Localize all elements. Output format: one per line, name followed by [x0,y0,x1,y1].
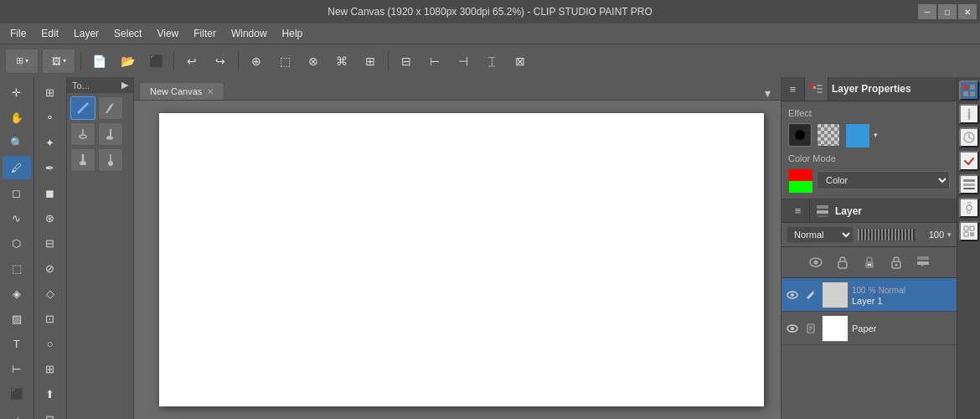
svg-rect-7 [813,86,816,89]
save-file-btn[interactable]: ⬛ [143,49,168,74]
tool-perspective[interactable]: ⊞ [36,357,64,380]
tool-ruler[interactable]: ⊢ [3,357,31,380]
transform-btn[interactable]: ⊕ [244,49,269,74]
minimize-button[interactable]: ─ [918,4,936,19]
toolbar-sep-3 [238,51,239,71]
lasso-btn[interactable]: ⊗ [301,49,326,74]
menu-edit[interactable]: Edit [34,26,65,41]
panel-menu-icon[interactable]: ≡ [781,77,805,101]
effect-checker-btn[interactable] [817,123,840,147]
image-toggle-btn[interactable]: 🖼 ▾ [42,49,75,74]
menu-select[interactable]: Select [107,26,148,41]
close-button[interactable]: ✕ [958,4,977,19]
subtool-brush1[interactable] [98,122,123,146]
far-right-layers2-btn[interactable] [959,174,979,194]
ruler-toggle-btn[interactable]: ⊢ [422,49,447,74]
undo-btn[interactable]: ↩ [179,49,204,74]
svg-point-0 [80,135,86,138]
grid-icon: ⊞ [16,55,23,66]
subtool-brush2[interactable] [70,148,95,172]
tool-gradient[interactable]: ▨ [3,307,31,330]
grid-toggle-btn[interactable]: ⊟ [394,49,419,74]
blend-mode-select[interactable]: Normal Multiply Screen Overlay [787,226,854,243]
subtool-pencil[interactable] [70,96,95,120]
tab-dropdown-btn[interactable]: ▾ [760,86,776,100]
tool-smudge[interactable]: ⊛ [36,206,64,230]
tool-pen[interactable]: ✒ [36,156,64,179]
tool-zoom[interactable]: 🔍 [3,131,31,154]
layer1-visibility-btn[interactable] [785,287,800,303]
tool-bucket[interactable]: ⊟ [36,231,64,255]
tool-vector-eraser[interactable]: ◼ [36,181,64,204]
far-right-settings-btn[interactable] [959,198,979,218]
new-file-btn[interactable]: 📄 [86,49,111,74]
tool-picker[interactable]: ✦ [36,131,64,154]
tool-balloon[interactable]: ○ [36,332,64,355]
tool-blend[interactable]: ∿ [3,206,31,230]
tool-layer-move[interactable]: ⬆ [36,382,64,406]
menu-filter[interactable]: Filter [187,26,223,41]
select-btn[interactable]: ⬚ [272,49,297,74]
layer-action-merge-btn[interactable] [911,251,935,274]
free-transform-btn[interactable]: ⌘ [329,49,354,74]
layer1-edit-btn[interactable] [803,287,818,303]
tool-text[interactable]: T [3,332,31,355]
maximize-button[interactable]: □ [938,4,957,19]
layer-action-lock3-btn[interactable] [885,251,908,274]
layer-item-paper[interactable]: Paper [781,312,957,345]
tool-poly-select[interactable]: ◇ [36,282,64,305]
tab-close-btn[interactable]: ✕ [207,87,214,96]
tool-auto-select[interactable]: ◈ [3,282,31,305]
layer-action-lock2-btn[interactable] [858,251,881,274]
subtool-maru-pen[interactable] [70,122,95,146]
paper-visibility-btn[interactable] [785,321,800,336]
tool-lasso-select[interactable]: ⊘ [36,256,64,280]
far-right-history-btn[interactable] [959,127,979,147]
far-right-check-btn[interactable] [959,151,979,171]
tool-pan[interactable]: ⚬ [36,106,64,129]
menu-layer[interactable]: Layer [67,26,106,41]
ruler2-btn[interactable]: ⊣ [451,49,476,74]
layer-item-1[interactable]: 100 % Normal Layer 1 [781,278,957,312]
menu-window[interactable]: Window [224,26,274,41]
view-toggle-btn[interactable]: ⊞ ▾ [5,49,39,74]
redo-btn[interactable]: ↪ [208,49,233,74]
canvas-settings-btn[interactable]: ⊠ [508,49,533,74]
menu-file[interactable]: File [3,26,33,41]
svg-rect-35 [970,91,975,96]
paper-edit-btn[interactable] [803,321,818,336]
tool-gradmap[interactable]: ⊡ [36,307,64,330]
layer-action-eye-btn[interactable] [804,251,828,274]
paper-thumbnail [822,315,848,342]
tool-move[interactable]: ✛ [3,80,31,104]
tool-3d[interactable]: ⬛ [3,382,31,406]
menu-help[interactable]: Help [276,26,310,41]
menu-view[interactable]: View [150,26,185,41]
far-right-extra-btn[interactable] [959,221,979,241]
layer-action-lock-btn[interactable] [831,251,854,274]
tool-select[interactable]: ⬚ [3,256,31,280]
svg-rect-48 [970,232,974,236]
subtool-brush3[interactable] [98,148,123,172]
color-mode-select[interactable]: Color Gray Binary [817,171,950,189]
panel-props-icon[interactable] [805,77,828,101]
far-right-info-btn[interactable] [959,104,979,124]
layer-panel-menu-icon[interactable]: ≡ [787,199,810,223]
tool-hand[interactable]: ✋ [3,106,31,129]
tool-crop[interactable]: ⊡ [36,407,64,419]
tool-eraser[interactable]: ◻ [3,181,31,204]
opacity-slider[interactable] [857,228,916,241]
tool-transform[interactable]: ⊞ [36,80,64,104]
canvas-document[interactable] [159,113,764,406]
ruler3-btn[interactable]: ⌶ [479,49,504,74]
effect-circle-btn[interactable] [788,123,812,147]
canvas-tab[interactable]: New Canvas ✕ [139,82,224,100]
far-right-color-btn[interactable] [959,80,979,101]
tool-line[interactable]: ⟋ [3,407,31,419]
scale-btn[interactable]: ⊞ [358,49,383,74]
tool-fill[interactable]: ⬡ [3,231,31,255]
open-file-btn[interactable]: 📂 [115,49,140,74]
tool-brush[interactable]: 🖊 [3,156,31,179]
effect-color-btn[interactable] [845,123,869,147]
subtool-g-pen[interactable] [98,96,123,120]
